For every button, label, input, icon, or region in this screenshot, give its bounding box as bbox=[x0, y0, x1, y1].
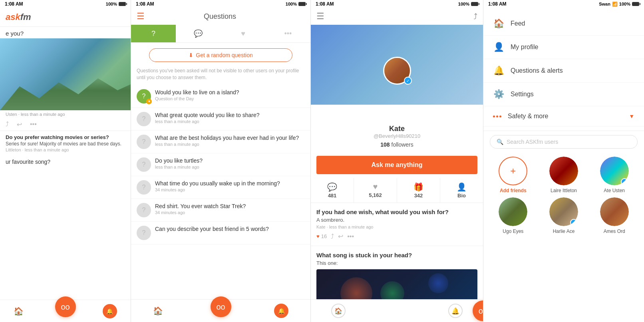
reply-icon-0[interactable]: ↩ bbox=[338, 233, 343, 240]
tab-likes[interactable]: ♥ bbox=[221, 25, 266, 42]
bell-button-2[interactable]: 🔔 bbox=[274, 304, 288, 318]
person-avatar-ames bbox=[600, 197, 629, 226]
nav-bell-2[interactable]: 🔔 bbox=[274, 304, 288, 318]
q-mark-icon-1: ? bbox=[142, 115, 146, 123]
post-question-0: If you had one wish, what would you wish… bbox=[316, 209, 477, 215]
hamburger-icon[interactable]: ☰ bbox=[137, 11, 145, 22]
person-card-ugo[interactable]: Ugo Eyes bbox=[490, 197, 537, 234]
nav-bell-3[interactable]: 🔔 bbox=[448, 304, 463, 318]
home-icon-1[interactable]: 🏠 bbox=[14, 306, 24, 316]
menu-item-settings[interactable]: ⚙️ Settings bbox=[483, 83, 644, 106]
q-avatar-5: ? bbox=[137, 203, 151, 217]
q-content-5: Red shirt. You ever watch Star Trek? 34 … bbox=[155, 203, 305, 215]
fab-1[interactable]: oo bbox=[55, 296, 76, 317]
stat-messages[interactable]: 💬 481 bbox=[311, 178, 354, 203]
menu-item-profile[interactable]: 👤 My profile bbox=[483, 36, 644, 59]
question-item-3[interactable]: ? Do you like turtles? less than a minut… bbox=[131, 153, 310, 176]
q-time-3: less than a minute ago bbox=[155, 165, 305, 169]
person-card-laire[interactable]: Laire Ittleton bbox=[541, 157, 587, 193]
q-content-2: What are the best holidays you have ever… bbox=[155, 135, 305, 147]
wifi-4: 📶 bbox=[612, 2, 618, 7]
fab-3[interactable]: oo bbox=[473, 300, 483, 321]
reply-icon[interactable]: ↩ bbox=[17, 121, 22, 128]
like-tab-icon: ♥ bbox=[241, 30, 245, 38]
q-mark-icon-3: ? bbox=[142, 161, 146, 168]
feed-answer-meta: Littleton · less than a minute ago bbox=[6, 147, 125, 152]
q-avatar-1: ? bbox=[137, 112, 151, 126]
nav-bell-1[interactable]: 🔔 bbox=[103, 304, 117, 318]
bell-button-1[interactable]: 🔔 bbox=[103, 304, 117, 318]
chevron-down-icon: ▼ bbox=[629, 113, 634, 119]
bell-menu-icon: 🔔 bbox=[493, 66, 504, 76]
share-profile-icon[interactable]: ⤴ bbox=[473, 12, 477, 21]
add-friends-circle: + bbox=[499, 157, 527, 185]
person-avatar-harlie: ✓ bbox=[549, 197, 578, 226]
menu-item-feed[interactable]: 🏠 Feed bbox=[483, 12, 644, 36]
add-friends-card[interactable]: + Add friends bbox=[490, 157, 537, 193]
questions-notice: Questions you've been asked will not be … bbox=[131, 68, 310, 85]
profile-cover: ✓ bbox=[311, 25, 483, 105]
like-count-0: 16 bbox=[321, 233, 327, 239]
profile-name: Kate bbox=[316, 125, 477, 133]
share-icon-0[interactable]: ⤴ bbox=[331, 233, 334, 240]
tab-messages[interactable]: 💬 bbox=[176, 25, 221, 42]
profile-followers: 108 followers bbox=[316, 141, 477, 148]
profile-menu-icon[interactable]: ☰ bbox=[316, 11, 324, 22]
q-text-5: Red shirt. You ever watch Star Trek? bbox=[155, 203, 305, 209]
nav-home-1[interactable]: 🏠 bbox=[14, 306, 24, 316]
search-bar[interactable]: 🔍 Search ASKfm users bbox=[490, 135, 638, 149]
menu-item-safety[interactable]: Safety & more ▼ bbox=[483, 106, 644, 127]
nav-home-2[interactable]: 🏠 bbox=[153, 306, 163, 316]
nav-home-3[interactable]: 🏠 bbox=[331, 304, 346, 318]
stat-bio[interactable]: 👤 Bio bbox=[440, 178, 483, 203]
stat-likes[interactable]: ♥ 5,162 bbox=[354, 178, 397, 203]
stat-value-3: Bio bbox=[457, 193, 466, 199]
question-item-5[interactable]: ? Red shirt. You ever watch Star Trek? 3… bbox=[131, 199, 310, 222]
tab-questions[interactable]: ? bbox=[131, 25, 176, 42]
feed-actions-1: ⤴ ↩ ••• bbox=[0, 118, 131, 131]
msg-tab-icon: 💬 bbox=[194, 29, 203, 38]
random-question-btn[interactable]: ⬇ Get a random question bbox=[149, 48, 292, 62]
download-icon: ⬇ bbox=[189, 52, 193, 58]
share-icon[interactable]: ⤴ bbox=[6, 121, 9, 128]
like-icon-0[interactable]: ♥ bbox=[316, 233, 320, 239]
feed-content: e you? Usten · less than a minute ago ⤴ … bbox=[0, 27, 131, 300]
panel-profile: 1:08 AM 100% ☰ ⤴ ✓ Kate @BeverlyHills902… bbox=[311, 0, 483, 322]
more-icon-0[interactable]: ••• bbox=[347, 233, 354, 240]
q-content-6: Can you describe your best friend in 5 w… bbox=[155, 226, 305, 232]
ask-anything-button[interactable]: Ask me anything bbox=[316, 156, 477, 174]
menu-item-alerts[interactable]: 🔔 Questions & alerts bbox=[483, 59, 644, 83]
time-4: 1:08 AM bbox=[488, 1, 507, 7]
feed-question-text: Do you prefer watching movies or series? bbox=[6, 134, 125, 140]
stat-value-2: 342 bbox=[414, 193, 423, 199]
questions-header: ☰ Questions bbox=[131, 8, 310, 25]
person-card-ames[interactable]: Ames Ord bbox=[591, 197, 638, 234]
panel-menu: 1:08 AM Swan 📶 100% 🏠 Feed 👤 My profile … bbox=[483, 0, 644, 322]
question-item-1[interactable]: ? What great quote would you like to sha… bbox=[131, 108, 310, 131]
bokeh-2 bbox=[380, 281, 404, 299]
home-circle-3[interactable]: 🏠 bbox=[331, 304, 346, 318]
more-icon[interactable]: ••• bbox=[30, 121, 37, 128]
battery-icon-4 bbox=[632, 2, 639, 6]
partial-question: e you? bbox=[0, 27, 131, 38]
settings-label: Settings bbox=[511, 91, 534, 98]
question-item-4[interactable]: ? What time do you usually wake up in th… bbox=[131, 176, 310, 199]
battery-4: 100% bbox=[619, 2, 630, 6]
bell-circle-3[interactable]: 🔔 bbox=[448, 304, 463, 318]
question-item-2[interactable]: ? What are the best holidays you have ev… bbox=[131, 131, 310, 153]
ames-img bbox=[600, 197, 629, 226]
person-name-harlie: Harlie Ace bbox=[553, 229, 575, 234]
feed-answer-text: Series for sure! Majority of movies are … bbox=[6, 141, 125, 147]
tab-more[interactable]: ••• bbox=[266, 25, 310, 42]
person-card-ate[interactable]: ✓ Ate Usten bbox=[591, 157, 638, 193]
q-time-4: 34 minutes ago bbox=[155, 187, 305, 192]
stat-gifts[interactable]: 🎁 342 bbox=[397, 178, 440, 203]
verified-badge: ✓ bbox=[404, 77, 412, 85]
fab-2[interactable]: oo bbox=[211, 296, 231, 317]
feed-meta-1: Usten · less than a minute ago bbox=[0, 110, 131, 118]
post-actions-0: ♥ 16 ⤴ ↩ ••• bbox=[316, 233, 477, 240]
person-card-harlie[interactable]: ✓ Harlie Ace bbox=[541, 197, 587, 234]
question-item-0[interactable]: ? ★ Would you like to live on a island? … bbox=[131, 85, 310, 108]
question-item-6[interactable]: ? Can you describe your best friend in 5… bbox=[131, 222, 310, 244]
q-mark-icon-2: ? bbox=[142, 138, 146, 145]
